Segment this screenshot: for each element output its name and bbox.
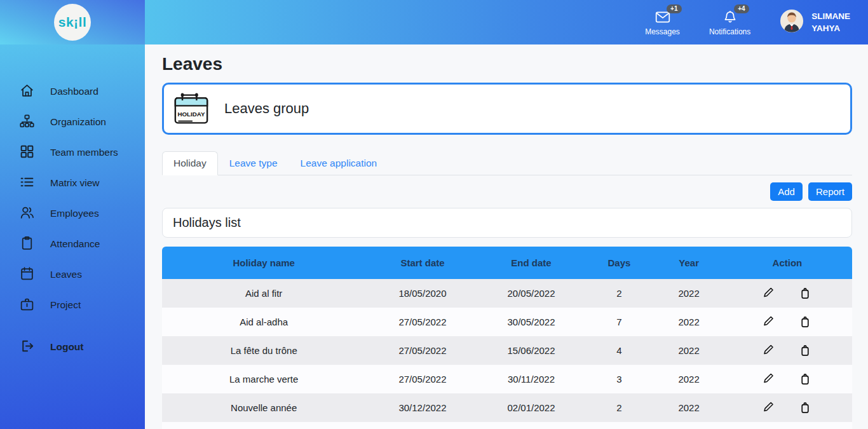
- user-menu[interactable]: SLIMANE YAHYA: [780, 9, 850, 36]
- cell-days: 3: [583, 365, 655, 393]
- holidays-list-header: Holidays list: [162, 208, 852, 238]
- cell-holiday-name: La fête du trône: [162, 336, 365, 365]
- sidebar-item-dashboard[interactable]: Dashboard: [0, 76, 145, 107]
- sidebar-item-label: Organization: [50, 116, 106, 128]
- table-row: La fête du trône 27/05/2022 15/06/2022 4…: [162, 336, 852, 365]
- messages-label: Messages: [645, 27, 680, 36]
- sidebar-item-project[interactable]: Project: [0, 290, 145, 320]
- leaves-group-card[interactable]: HOLIDAY Leaves group: [162, 83, 852, 135]
- cell-days: 2: [583, 279, 655, 308]
- sidebar-item-organization[interactable]: Organization: [0, 107, 145, 137]
- edit-button[interactable]: [762, 372, 776, 386]
- sitemap-icon: [19, 113, 35, 132]
- sidebar-item-label: Project: [50, 299, 81, 311]
- sidebar-item-label: Logout: [50, 341, 84, 353]
- clipboard-icon: [19, 235, 35, 254]
- cell-year: 2022: [655, 393, 722, 422]
- sidebar-nav: Dashboard Organization Team members Matr…: [0, 44, 145, 429]
- cell-start-date: 27/05/2022: [365, 308, 479, 336]
- notifications-badge: +4: [734, 4, 749, 13]
- holidays-table: Holiday name Start date End date Days Ye…: [162, 247, 852, 429]
- tab-leave-type[interactable]: Leave type: [218, 151, 289, 175]
- delete-button[interactable]: [798, 372, 813, 386]
- topbar: +1 Messages +4 Notifications SLIMANE YAH…: [145, 0, 868, 44]
- report-button[interactable]: Report: [808, 182, 852, 201]
- tab-holiday[interactable]: Holiday: [162, 151, 218, 175]
- cell-end-date: 02/01/2022: [480, 393, 583, 422]
- add-button[interactable]: Add: [770, 182, 803, 201]
- delete-button[interactable]: [798, 315, 813, 329]
- envelope-icon: [654, 17, 671, 27]
- trash-icon: [798, 350, 813, 360]
- table-actions-row: Add Report: [162, 182, 852, 201]
- tab-bar: Holiday Leave type Leave application: [162, 151, 852, 175]
- table-header-row: Holiday name Start date End date Days Ye…: [162, 247, 852, 279]
- pencil-icon: [762, 407, 776, 417]
- delete-button[interactable]: [798, 286, 813, 301]
- holidays-list-title: Holidays list: [173, 215, 241, 229]
- tab-leave-application[interactable]: Leave application: [289, 151, 389, 175]
- edit-button[interactable]: [762, 343, 776, 358]
- notifications-label: Notifications: [709, 27, 750, 36]
- holiday-calendar-icon: HOLIDAY: [172, 92, 210, 126]
- brand-logo-text: sk¡ll: [58, 15, 87, 30]
- avatar: [780, 9, 804, 36]
- notifications-button[interactable]: +4 Notifications: [709, 9, 750, 36]
- cell-start-date: 30/12/2022: [365, 393, 479, 422]
- col-header-action: Action: [722, 247, 852, 279]
- briefcase-icon: [19, 296, 35, 315]
- table-row-partial: [162, 422, 852, 429]
- sidebar-item-logout[interactable]: Logout: [0, 332, 145, 362]
- cell-holiday-name: Aid al fitr: [162, 279, 365, 308]
- sidebar-item-label: Leaves: [50, 269, 82, 280]
- brand-logo[interactable]: sk¡ll: [54, 4, 91, 41]
- cell-year: 2022: [655, 279, 722, 308]
- col-header-end-date: End date: [480, 247, 583, 279]
- cell-start-date: 18/05/2020: [365, 279, 479, 308]
- user-name-line2: YAHYA: [811, 22, 850, 34]
- table-row: Aid al-adha 27/05/2022 30/05/2022 7 2022: [162, 308, 852, 336]
- sidebar-item-label: Dashboard: [50, 86, 98, 97]
- cell-days: 4: [583, 336, 655, 365]
- sidebar-item-label: Attendance: [50, 238, 100, 250]
- bell-icon: [722, 17, 738, 27]
- cell-days: 7: [583, 308, 655, 336]
- people-icon: [19, 205, 35, 223]
- table-row: Nouvelle année 30/12/2022 02/01/2022 2 2…: [162, 393, 852, 422]
- sidebar-item-label: Team members: [50, 147, 118, 158]
- group-card-title: Leaves group: [224, 100, 309, 117]
- sidebar-item-team-members[interactable]: Team members: [0, 137, 145, 168]
- cell-end-date: 20/05/2022: [480, 279, 583, 308]
- pencil-icon: [762, 322, 776, 331]
- messages-button[interactable]: +1 Messages: [645, 9, 680, 36]
- messages-badge: +1: [667, 4, 681, 13]
- delete-button[interactable]: [798, 400, 813, 415]
- pencil-icon: [762, 293, 776, 303]
- home-icon: [19, 83, 35, 101]
- edit-button[interactable]: [762, 400, 776, 415]
- page-title: Leaves: [162, 53, 852, 75]
- col-header-start-date: Start date: [365, 247, 479, 279]
- main-content: Leaves HOLIDAY Leaves group Holiday: [145, 44, 868, 429]
- cell-holiday-name: Aid al-adha: [162, 308, 365, 336]
- edit-button[interactable]: [762, 286, 776, 301]
- col-header-holiday-name: Holiday name: [162, 247, 365, 279]
- sidebar-item-leaves[interactable]: Leaves: [0, 259, 145, 290]
- delete-button[interactable]: [798, 343, 813, 358]
- cell-year: 2022: [655, 365, 722, 393]
- calendar-icon: [19, 266, 35, 284]
- cell-holiday-name: La marche verte: [162, 365, 365, 393]
- sidebar-item-matrix-view[interactable]: Matrix view: [0, 168, 145, 198]
- cell-end-date: 30/11/2022: [480, 365, 583, 393]
- app-root: sk¡ll Dashboard Organization Team member…: [0, 0, 868, 429]
- trash-icon: [798, 322, 813, 331]
- cell-start-date: 27/05/2022: [365, 365, 479, 393]
- cell-year: 2022: [655, 336, 722, 365]
- cell-days: 2: [583, 393, 655, 422]
- list-icon: [19, 174, 35, 193]
- sidebar-item-attendance[interactable]: Attendance: [0, 229, 145, 259]
- sidebar: sk¡ll Dashboard Organization Team member…: [0, 0, 145, 429]
- sidebar-item-employees[interactable]: Employees: [0, 198, 145, 229]
- edit-button[interactable]: [762, 315, 776, 329]
- table-row: Aid al fitr 18/05/2020 20/05/2022 2 2022: [162, 279, 852, 308]
